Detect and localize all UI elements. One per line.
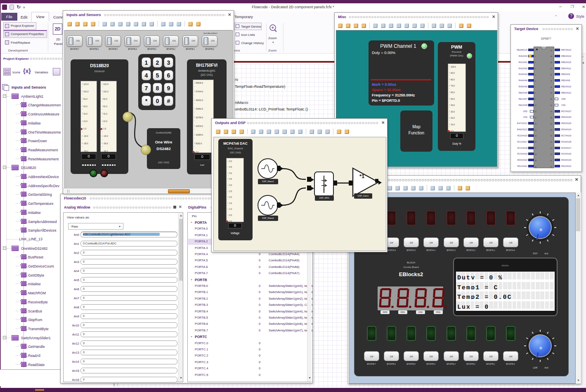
- svg-text:*1: *1: [359, 173, 364, 179]
